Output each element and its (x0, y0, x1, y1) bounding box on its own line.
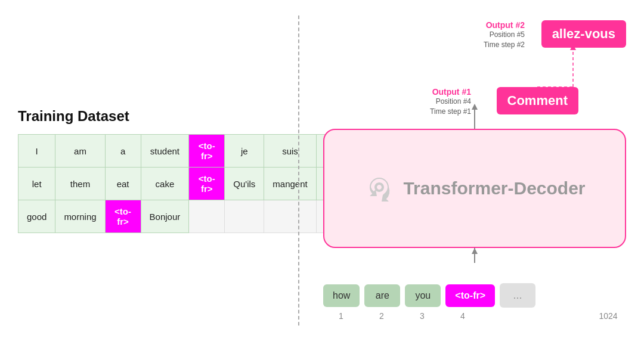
input-token: <to-fr> (445, 284, 495, 307)
input-token: ... (500, 283, 535, 308)
dataset-table: Iamastudent<to-fr>jesuisétudiantlettheme… (18, 134, 366, 233)
table-cell: I (18, 135, 55, 168)
position-number-last: 1024 (590, 311, 626, 321)
input-tokens: howareyou<to-fr>... (323, 283, 626, 308)
decoder-box: Transformer-Decoder (323, 129, 626, 248)
training-title: Training Dataset (18, 108, 274, 125)
right-panel: Output #2 Position #5 Time step #2 allez… (323, 16, 626, 326)
input-token: how (323, 284, 360, 307)
svg-marker-7 (472, 248, 478, 254)
table-cell: <to-fr> (189, 168, 225, 200)
output2-label: Output #2 Position #5 Time step #2 (484, 20, 525, 50)
position-number: 4 (445, 311, 481, 321)
output1-title: Output #1 (430, 87, 471, 97)
table-cell: eat (105, 168, 141, 200)
svg-marker-1 (472, 104, 478, 110)
table-cell: student (141, 135, 189, 168)
table-cell: Qu'ils (225, 168, 264, 200)
table-cell (225, 200, 264, 233)
main-container: Training Dataset Iamastudent<to-fr>jesui… (0, 0, 644, 341)
left-panel: Training Dataset Iamastudent<to-fr>jesui… (18, 108, 274, 233)
input-token: you (405, 284, 441, 307)
table-cell: morning (55, 200, 105, 233)
table-cell: let (18, 168, 55, 200)
table-cell (264, 200, 316, 233)
table-cell: <to-fr> (189, 135, 225, 168)
table-cell: je (225, 135, 264, 168)
output1-timestep: Time step #1 (430, 107, 471, 117)
table-cell: suis (264, 135, 316, 168)
output1-label: Output #1 Position #4 Time step #1 (430, 87, 471, 117)
output2-title: Output #2 (484, 20, 525, 30)
output2-box: allez-vous (541, 20, 626, 48)
position-numbers: 12341024 (323, 311, 626, 321)
table-cell: am (55, 135, 105, 168)
table-cell: them (55, 168, 105, 200)
table-cell: Bonjour (141, 200, 189, 233)
table-cell: <to-fr> (105, 200, 141, 233)
table-cell: cake (141, 168, 189, 200)
table-cell (189, 200, 225, 233)
table-cell: mangent (264, 168, 316, 200)
output2-timestep: Time step #2 (484, 40, 525, 50)
table-cell: a (105, 135, 141, 168)
output2-position: Position #5 (484, 30, 525, 40)
output1-box: Comment (497, 87, 578, 114)
position-number: 2 (364, 311, 400, 321)
position-number: 1 (323, 311, 359, 321)
divider (298, 16, 299, 326)
input-token: are (364, 284, 400, 307)
table-cell: good (18, 200, 55, 233)
transformer-icon (364, 173, 395, 204)
position-number: 3 (404, 311, 440, 321)
decoder-label: Transformer-Decoder (403, 178, 585, 199)
output1-position: Position #4 (430, 97, 471, 107)
